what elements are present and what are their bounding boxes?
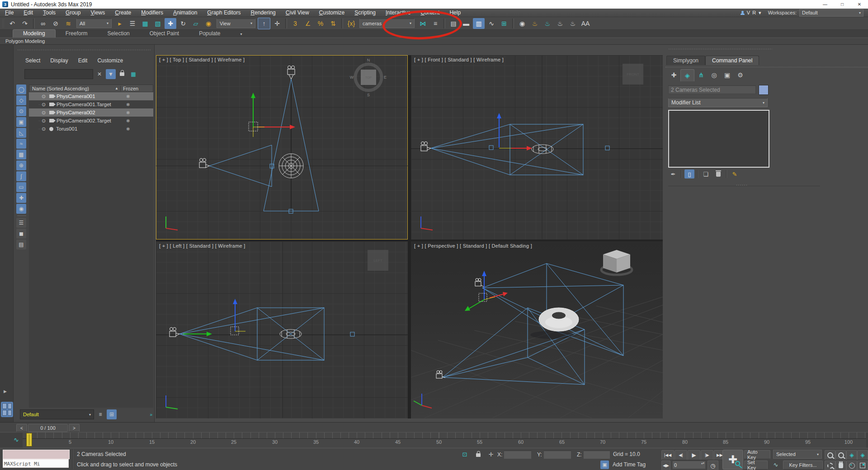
visibility-eye-icon[interactable]: ⊙ [42, 94, 48, 99]
object-name-field[interactable]: 2 Cameras Selected [668, 85, 756, 94]
viewport-top-label[interactable]: [ + ] [ Top ] [ Standard ] [ Wireframe ] [159, 57, 245, 62]
curve-editor-button[interactable]: ∿ [486, 18, 497, 29]
filter-groups-icon[interactable]: ▩ [16, 150, 26, 160]
selection-region-icon[interactable]: ⊡ [460, 450, 469, 458]
modify-tab-icon[interactable]: ◈ [680, 69, 694, 81]
time-tag-cube-icon[interactable]: ▣ [600, 461, 609, 469]
menu-animation[interactable]: Animation [168, 9, 202, 17]
viewport-left-label[interactable]: [ + ] [ Left ] [ Standard ] [ Wireframe … [159, 243, 245, 249]
z-input[interactable] [584, 452, 610, 460]
play-button[interactable]: ▶ [688, 450, 700, 460]
toolbar-grip[interactable] [2, 19, 4, 28]
angle-snap-toggle-button[interactable]: ∠ [302, 18, 314, 29]
menu-modifiers[interactable]: Modifiers [136, 9, 168, 17]
next-frame-button[interactable]: |▶ [701, 450, 713, 460]
visibility-eye-icon[interactable]: ⊙ [42, 118, 48, 124]
menu-help[interactable]: Help [444, 9, 466, 17]
edit-named-selection-sets-button[interactable]: {x} [345, 18, 357, 29]
viewport-front[interactable]: [ + ] [ Front ] [ Standard ] [ Wireframe… [411, 55, 663, 240]
tab-command-panel[interactable]: Command Panel [705, 56, 759, 65]
rendered-frame-window-button[interactable]: ♨ [542, 18, 553, 29]
key-tangents-icon[interactable]: ∿ [771, 461, 780, 469]
percent-snap-toggle-button[interactable]: % [315, 18, 326, 29]
viewcube-left-label[interactable]: LEFT [373, 258, 382, 263]
go-to-start-button[interactable]: |◀◀ [661, 450, 674, 460]
viewcube-e[interactable]: E [384, 75, 387, 80]
zoom-extents-icon[interactable]: ◈ [846, 450, 857, 460]
visibility-eye-icon[interactable]: ⊙ [42, 102, 48, 108]
y-coordinate-field[interactable] [543, 451, 571, 459]
frozen-snowflake-icon[interactable]: ❄ [123, 127, 153, 132]
toggle-ribbon-button[interactable]: ▬ [460, 18, 472, 29]
workspace-select[interactable]: Default ▾ [799, 9, 863, 17]
panel-grip[interactable] [668, 48, 772, 50]
spinner-snap-toggle-button[interactable]: ⇅ [327, 18, 339, 29]
menu-group[interactable]: Group [61, 9, 85, 17]
viewport-layout-tab-quad[interactable] [1, 402, 13, 417]
previous-frame-button[interactable]: ◀| [675, 450, 687, 460]
viewport-perspective-label[interactable]: [ + ] [ Perspective ] [ Standard ] [ Def… [414, 243, 532, 249]
column-name[interactable]: Name (Sorted Ascending) [29, 86, 115, 91]
maximize-viewport-toggle[interactable] [857, 461, 868, 470]
list-item[interactable]: ·· ⊙ PhysCamera001 ❄ [29, 92, 153, 100]
sync-selection-icon[interactable]: ▦ [128, 69, 138, 79]
y-input[interactable] [544, 452, 571, 460]
z-coordinate-field[interactable] [583, 451, 610, 459]
selection-filter-icon[interactable]: ▼ [106, 69, 116, 79]
viewport-left[interactable]: [ + ] [ Left ] [ Standard ] [ Wireframe … [156, 241, 408, 418]
menu-civil-view[interactable]: Civil View [281, 9, 314, 17]
undo-button[interactable]: ↶ [6, 18, 18, 29]
motion-tab-icon[interactable]: ◎ [708, 69, 721, 81]
use-pivot-point-center-button[interactable]: ↑ [258, 18, 270, 29]
add-time-tag[interactable]: Add Time Tag [613, 461, 646, 468]
modifier-stack-box[interactable] [668, 110, 769, 168]
ribbon-tab-modeling[interactable]: Modeling [13, 29, 56, 38]
signin-menu[interactable]: V R ▾ [737, 9, 765, 17]
render-setup-button[interactable]: ♨ [529, 18, 541, 29]
select-and-rotate-button[interactable]: ↻ [177, 18, 189, 29]
x-input[interactable] [504, 452, 531, 460]
expand-chevrons-icon[interactable]: » [150, 412, 152, 417]
explorer-menu-edit[interactable]: Edit [78, 57, 88, 64]
key-mode-select[interactable]: Selected ▾ [773, 450, 822, 459]
zoom-extents-all-icon[interactable]: ◈ [857, 450, 868, 460]
render-flyout-button[interactable]: ♨ [567, 18, 579, 29]
maximize-button[interactable]: □ [834, 0, 851, 9]
select-and-move-button[interactable]: ✚ [165, 18, 176, 29]
toggle-scene-explorer-button[interactable]: ▥ [473, 18, 485, 29]
ribbon-tab-object-paint[interactable]: Object Paint [140, 30, 189, 38]
display-children-icon[interactable]: ☰ [16, 218, 26, 228]
viewcube-n[interactable]: N [367, 58, 370, 62]
set-key-button[interactable]: Set Key [744, 461, 768, 470]
hierarchy-view-icon[interactable]: ⊞ [107, 409, 117, 419]
explorer-column-header[interactable]: Name (Sorted Ascending) ▲ Frozen [29, 85, 153, 92]
make-unique-button[interactable]: ❏ [701, 169, 711, 179]
frozen-snowflake-icon[interactable]: ❄ [123, 102, 153, 107]
mini-curve-editor-icon[interactable]: ∿ [14, 436, 19, 443]
select-and-place-button[interactable]: ◉ [203, 18, 214, 29]
orbit-icon[interactable] [846, 461, 857, 470]
render-production-button[interactable]: ♨ [554, 18, 566, 29]
minimize-button[interactable]: — [816, 0, 834, 9]
snaps-toggle-button[interactable]: 3 [289, 18, 301, 29]
set-keys-button[interactable]: ✚ [722, 450, 743, 470]
create-tab-icon[interactable]: ✚ [667, 69, 680, 81]
display-tab-icon[interactable]: ▣ [721, 69, 734, 81]
select-object-button[interactable]: ▸ [114, 18, 126, 29]
viewport-perspective[interactable]: [ + ] [ Perspective ] [ Standard ] [ Def… [411, 241, 663, 418]
frozen-snowflake-icon[interactable]: ❄ [123, 110, 153, 115]
select-and-scale-button[interactable]: ▱ [190, 18, 202, 29]
frozen-snowflake-icon[interactable]: ❄ [123, 94, 153, 99]
zoom-all-icon[interactable] [835, 450, 846, 460]
window-crossing-toggle-button[interactable]: ▧ [152, 18, 164, 29]
layout-flyout-arrow[interactable]: ▶ [4, 389, 7, 394]
filter-lights-icon[interactable]: ⊙ [16, 106, 26, 116]
display-none-icon[interactable]: ◼ [16, 229, 26, 239]
hierarchy-tab-icon[interactable]: ⋔ [694, 69, 708, 81]
tab-simplygon[interactable]: Simplygon [666, 56, 705, 65]
filter-helpers-icon[interactable]: ◺ [16, 128, 26, 138]
filter-geometry-icon[interactable]: ◯ [16, 85, 26, 94]
explorer-search-input[interactable] [24, 69, 93, 79]
redo-button[interactable]: ↷ [19, 18, 31, 29]
previous-frame-button[interactable]: < [16, 424, 27, 432]
